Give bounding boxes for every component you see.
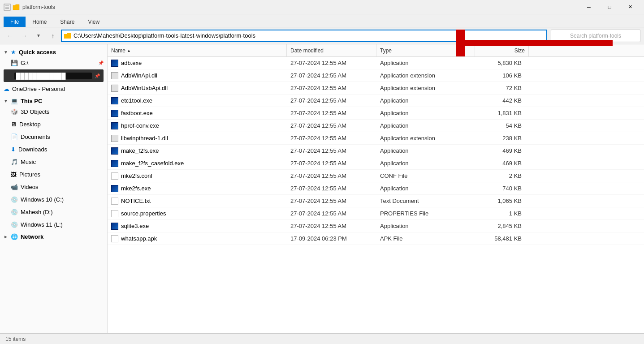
file-size-cell: 1 KB: [475, 210, 529, 217]
sidebar-item-documents[interactable]: 📄 Documents: [0, 130, 107, 143]
sidebar-label-network: Network: [21, 233, 43, 240]
file-name-cell: etc1tool.exe: [108, 97, 287, 104]
sidebar-item-windows11[interactable]: 💿 Windows 11 (L:): [0, 218, 107, 231]
table-row[interactable]: whatsapp.apk 17-09-2024 06:23 PM APK Fil…: [108, 232, 644, 245]
file-size-cell: 740 KB: [475, 185, 529, 192]
pin-icon-g[interactable]: 📌: [98, 60, 104, 65]
file-date-cell: 27-07-2024 12:55 AM: [287, 72, 376, 79]
up-button[interactable]: ↑: [47, 30, 59, 42]
col-header-size[interactable]: Size: [475, 44, 529, 56]
file-list-area: Name ▲ Date modified Type Size adb.exe 2…: [108, 44, 644, 333]
close-button[interactable]: ✕: [620, 0, 640, 14]
file-type-cell: Application: [376, 147, 475, 154]
address-bar[interactable]: [61, 30, 547, 42]
file-date-cell: 27-07-2024 12:55 AM: [287, 198, 376, 204]
pin-icon-masked[interactable]: 📌: [95, 73, 100, 78]
file-size-cell: 54 KB: [475, 122, 529, 129]
file-date-cell: 27-07-2024 12:55 AM: [287, 110, 376, 116]
sidebar-thispc-header[interactable]: ▼ 💻 This PC: [0, 95, 107, 105]
window-title: platform-tools: [22, 4, 576, 10]
file-type-cell: CONF File: [376, 172, 475, 179]
tab-file[interactable]: File: [4, 17, 26, 27]
sidebar-item-videos[interactable]: 📹 Videos: [0, 181, 107, 193]
generic-file-icon: [111, 210, 118, 217]
windows11-drive-icon: 💿: [11, 221, 18, 228]
table-row[interactable]: make_f2fs.exe 27-07-2024 12:55 AM Applic…: [108, 145, 644, 157]
sidebar: ▼ ★ Quick access 💾 G:\ 📌 ████████████ 📌 …: [0, 44, 108, 333]
sidebar-item-mahesh[interactable]: 💿 Mahesh (D:): [0, 206, 107, 218]
tab-share[interactable]: Share: [53, 17, 81, 27]
file-date-cell: 27-07-2024 12:55 AM: [287, 210, 376, 217]
sidebar-item-3dobjects[interactable]: 🎲 3D Objects: [0, 105, 107, 118]
table-row[interactable]: source.properties 27-07-2024 12:55 AM PR…: [108, 207, 644, 220]
pictures-icon: 🖼: [11, 171, 17, 178]
table-row[interactable]: make_f2fs_casefold.exe 27-07-2024 12:55 …: [108, 157, 644, 170]
sidebar-label-mahesh: Mahesh (D:): [21, 209, 104, 215]
sidebar-network-header[interactable]: ► 🌐 Network: [0, 231, 107, 241]
address-input[interactable]: [73, 32, 545, 39]
exe-file-icon: [111, 147, 118, 155]
windows10-drive-icon: 💿: [11, 196, 18, 203]
file-list-header: Name ▲ Date modified Type Size: [108, 44, 644, 57]
sidebar-item-masked[interactable]: ████████████ 📌: [4, 69, 104, 82]
ribbon: File Home Share View: [0, 14, 644, 27]
file-name-label: mke2fs.conf: [121, 172, 152, 179]
search-placeholder: Search platform-tools: [570, 33, 621, 39]
network-icon: 🌐: [11, 233, 18, 240]
file-name-cell: make_f2fs_casefold.exe: [108, 160, 287, 167]
generic-file-icon: [111, 235, 118, 242]
documents-icon: 📄: [11, 133, 18, 140]
table-row[interactable]: NOTICE.txt 27-07-2024 12:55 AM Text Docu…: [108, 195, 644, 207]
file-name-label: NOTICE.txt: [121, 198, 151, 204]
table-row[interactable]: sqlite3.exe 27-07-2024 12:55 AM Applicat…: [108, 220, 644, 232]
sidebar-item-music[interactable]: 🎵 Music: [0, 155, 107, 168]
search-button[interactable]: Search platform-tools: [551, 30, 640, 42]
back-button[interactable]: ←: [4, 30, 16, 42]
sidebar-label-desktop: Desktop: [19, 121, 104, 128]
table-row[interactable]: adb.exe 27-07-2024 12:55 AM Application …: [108, 57, 644, 69]
sidebar-item-g-drive[interactable]: 💾 G:\ 📌: [0, 56, 107, 69]
tab-home[interactable]: Home: [26, 17, 53, 27]
table-row[interactable]: AdbWinUsbApi.dll 27-07-2024 12:55 AM App…: [108, 82, 644, 95]
col-header-name[interactable]: Name ▲: [108, 44, 287, 56]
table-row[interactable]: mke2fs.conf 27-07-2024 12:55 AM CONF Fil…: [108, 170, 644, 182]
table-row[interactable]: libwinpthread-1.dll 27-07-2024 12:55 AM …: [108, 132, 644, 145]
sidebar-quick-access-label: Quick access: [19, 49, 56, 56]
dll-file-icon: [111, 135, 118, 142]
file-name-label: adb.exe: [121, 60, 142, 66]
file-type-cell: Application: [376, 60, 475, 66]
file-size-cell: 106 KB: [475, 72, 529, 79]
sidebar-label-documents: Documents: [21, 133, 104, 140]
table-row[interactable]: fastboot.exe 27-07-2024 12:55 AM Applica…: [108, 107, 644, 120]
drive-icon: 💾: [11, 60, 18, 66]
file-date-cell: 27-07-2024 12:55 AM: [287, 185, 376, 192]
file-size-cell: 1,831 KB: [475, 110, 529, 116]
file-name-label: AdbWinUsbApi.dll: [121, 85, 168, 91]
file-rows-container: adb.exe 27-07-2024 12:55 AM Application …: [108, 57, 644, 245]
sidebar-item-onedrive[interactable]: ☁ OneDrive - Personal: [0, 82, 107, 95]
tab-view[interactable]: View: [81, 17, 106, 27]
file-name-cell: fastboot.exe: [108, 110, 287, 117]
sidebar-item-pictures[interactable]: 🖼 Pictures: [0, 168, 107, 181]
col-header-type[interactable]: Type: [376, 44, 475, 56]
recent-locations-button[interactable]: ▼: [32, 30, 45, 42]
file-name-label: etc1tool.exe: [121, 97, 152, 104]
table-row[interactable]: etc1tool.exe 27-07-2024 12:55 AM Applica…: [108, 95, 644, 107]
file-name-label: sqlite3.exe: [121, 223, 149, 229]
sidebar-item-downloads[interactable]: ⬇ Downloads: [0, 143, 107, 155]
forward-button[interactable]: →: [18, 30, 30, 42]
table-row[interactable]: hprof-conv.exe 27-07-2024 12:55 AM Appli…: [108, 120, 644, 132]
maximize-button[interactable]: □: [599, 0, 620, 14]
table-row[interactable]: AdbWinApi.dll 27-07-2024 12:55 AM Applic…: [108, 69, 644, 82]
file-size-cell: 5,830 KB: [475, 60, 529, 66]
file-date-cell: 27-07-2024 12:55 AM: [287, 97, 376, 104]
3d-icon: 🎲: [11, 108, 18, 115]
downloads-icon: ⬇: [11, 146, 16, 153]
table-row[interactable]: mke2fs.exe 27-07-2024 12:55 AM Applicati…: [108, 182, 644, 195]
sidebar-quick-access-header[interactable]: ▼ ★ Quick access: [0, 46, 107, 56]
minimize-button[interactable]: ─: [579, 0, 599, 14]
sidebar-item-desktop[interactable]: 🖥 Desktop: [0, 118, 107, 130]
file-size-cell: 469 KB: [475, 160, 529, 167]
sidebar-item-windows10[interactable]: 💿 Windows 10 (C:): [0, 193, 107, 206]
col-header-date[interactable]: Date modified: [287, 44, 376, 56]
